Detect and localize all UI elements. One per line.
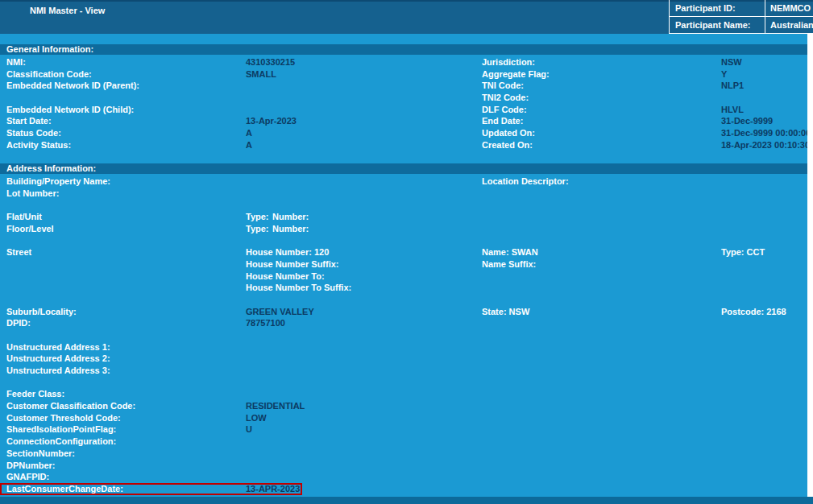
field-value: 78757100 [246,317,285,329]
field-label: House Number To: [246,271,325,283]
field-label: Postcode: 2168 [721,306,786,318]
field-label: Unstructured Address 2: [6,353,110,365]
field-row: GNAFPID: [0,471,807,483]
section-heading-general-information: General Information: [0,44,807,55]
field-row: NMI:4310330215Jurisdiction:NSW [0,56,807,68]
participant-name-label: Participant Name: [669,17,765,33]
field-row [0,199,807,211]
field-value: RESIDENTIAL [246,400,305,412]
field-value: 4310330215 [246,56,295,68]
field-label: LastConsumerChangeDate: [6,483,123,495]
field-row: DPNumber: [0,460,807,472]
field-row: Building/Property Name:Location Descript… [0,176,807,188]
field-label: Street [6,246,31,258]
field-label: Building/Property Name: [6,176,110,188]
field-value: SMALL [246,68,276,81]
field-label: SectionNumber: [6,448,75,460]
field-label: Unstructured Address 3: [6,365,110,377]
field-row: SharedIsolationPointFlag:U [0,423,807,436]
field-row: TNI2 Code: [0,92,807,104]
field-label: Aggregate Flag: [482,68,550,81]
field-row: DPID:78757100 [0,317,807,329]
field-row: Unstructured Address 3: [0,365,807,377]
field-label: State: NSW [482,306,529,318]
field-label: House Number To Suffix: [246,282,351,294]
field-label: DLF Code: [482,104,527,116]
field-row: Status Code:AUpdated On:31-Dec-9999 00:0… [0,127,807,139]
field-label: Flat/Unit [6,211,42,223]
field-label: Activity Status: [6,139,71,151]
field-label: Jurisdiction: [482,56,535,68]
page-title: NMI Master - View [30,6,105,15]
field-row: Embedded Network ID (Child):DLF Code:HLV… [0,104,807,116]
field-row: Embedded Network ID (Parent):TNI Code:NL… [0,80,807,92]
field-value: HLVL [721,104,744,116]
field-label: Updated On: [482,127,535,139]
field-label: Name Suffix: [482,258,536,271]
participant-name-row: Participant Name: Australian Energy Mark… [669,17,813,34]
field-row: Unstructured Address 1: [0,341,807,353]
field-label: SharedIsolationPointFlag: [6,423,116,436]
field-value: LOW [246,412,267,424]
field-row: Classification Code:SMALLAggregate Flag:… [0,68,807,81]
field-label: Number: [272,211,309,223]
field-label: Location Descriptor: [482,176,569,188]
participant-id-row: Participant ID: NEMMCO [669,0,813,17]
participant-id-value: NEMMCO [765,0,813,16]
field-value: 18-Apr-2023 00:10:30 [721,139,810,151]
field-value: A [246,127,252,139]
field-label: Type: CCT [721,246,765,258]
field-label: Start Date: [6,115,52,127]
field-label: Feeder Class: [6,388,64,400]
field-label: DPNumber: [6,460,56,472]
footer-bar [0,497,813,504]
field-row: Customer Classification Code:RESIDENTIAL [0,400,807,412]
field-label: ConnectionConfiguration: [6,436,116,448]
field-row [0,234,807,246]
field-label: Type: [246,211,269,223]
participant-table: Participant ID: NEMMCO Participant Name:… [669,0,813,34]
field-row: LastConsumerChangeDate:13-APR-2023 [0,483,807,495]
field-row: Activity Status:ACreated On:18-Apr-2023 … [0,139,807,151]
nmi-master-view-page: { "window": { "title": "NMI Master - Vie… [0,0,813,504]
field-label: DPID: [6,317,31,329]
right-whitespace-strip [807,34,813,497]
field-row: Floor/LevelType:Number: [0,223,807,235]
field-row [0,329,807,341]
field-row: Customer Threshold Code:LOW [0,412,807,424]
field-row: ConnectionConfiguration: [0,436,807,448]
field-row: StreetHouse Number: 120Name: SWANType: C… [0,246,807,258]
field-value: NSW [721,56,742,68]
field-row [0,377,807,389]
field-label: Customer Classification Code: [6,400,135,412]
field-value: 31-Dec-9999 [721,115,773,127]
field-row: SectionNumber: [0,448,807,460]
field-label: Created On: [482,139,533,151]
field-label: Number: [272,223,309,235]
field-label: TNI2 Code: [482,92,529,104]
field-row: Suburb/Locality:GREEN VALLEYState: NSWPo… [0,306,807,318]
field-value: 13-Apr-2023 [246,115,297,127]
field-row: House Number Suffix:Name Suffix: [0,258,807,271]
field-label: House Number Suffix: [246,258,339,271]
field-row: Feeder Class: [0,388,807,400]
field-label: Unstructured Address 1: [6,341,110,353]
field-row: Start Date:13-Apr-2023End Date:31-Dec-99… [0,115,807,127]
field-row [0,294,807,306]
field-value: 31-Dec-9999 00:00:00 [721,127,811,139]
field-value: GREEN VALLEY [246,306,314,318]
field-label: TNI Code: [482,80,524,92]
field-label: Embedded Network ID (Parent): [6,80,139,92]
field-row: House Number To: [0,271,807,283]
field-label: Lot Number: [6,188,59,200]
field-label: Name: SWAN [482,246,538,258]
field-label: House Number: 120 [246,246,329,258]
general-information-rows: NMI:4310330215Jurisdiction:NSWClassifica… [0,56,807,151]
field-label: NMI: [6,56,26,68]
participant-id-label: Participant ID: [669,0,765,16]
field-label: GNAFPID: [6,471,49,483]
field-value: 13-APR-2023 [246,483,300,495]
field-value: Y [721,68,727,81]
field-label: Status Code: [6,127,61,139]
field-label: Classification Code: [6,68,92,81]
